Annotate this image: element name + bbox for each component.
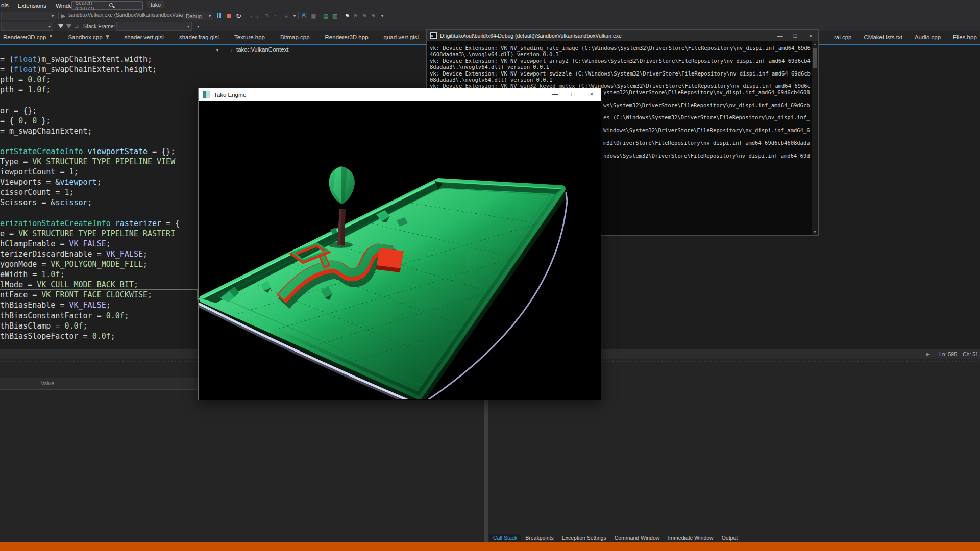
stack-frame-dropdown[interactable]: ▾ [116,22,192,31]
prev-bookmark-icon[interactable]: ⚑ [353,11,358,20]
pin-icon[interactable] [49,35,53,40]
code-line[interactable]: ortStateCreateInfo viewportState = {}; [0,146,175,157]
code-line[interactable]: e = VK_STRUCTURE_TYPE_PIPELINE_RASTERI [0,229,175,239]
scroll-down-icon[interactable]: ▼ [812,230,818,234]
code-line[interactable]: ntFace = VK_FRONT_FACE_CLOCKWISE; [0,290,197,300]
column-divider[interactable] [37,378,37,389]
menu-item-extensions[interactable]: Extensions [18,3,46,9]
code-line[interactable]: cissorCount = 1; [0,187,74,197]
stop-button[interactable] [227,11,231,20]
code-token: thBiasSlopeFactor = [0,332,92,341]
step-into-icon[interactable]: ↓ [256,11,259,20]
console-scrollbar[interactable]: ▲ ▼ [812,41,818,235]
code-line[interactable]: thBiasEnable = VK_FALSE; [0,300,111,310]
tab-shader-vert-glsl[interactable]: shader.vert.glsl [125,34,164,40]
code-line[interactable]: erizationStateCreateInfo rasterizer = { [0,218,180,229]
value-column-header[interactable]: Value [41,380,54,386]
tab-sandbox-cpp[interactable]: Sandbox.cpp [68,34,109,40]
breakpoint-window-icon[interactable]: ⇱ [302,11,307,20]
console-line: vk: Device Extension: VK_NV_viewport_swi… [430,70,811,77]
filter-icon[interactable] [58,21,63,31]
panel-tab-immediate-window[interactable]: Immediate Window [664,534,717,541]
close-button[interactable]: × [582,88,601,101]
3d-viewport[interactable] [199,101,600,399]
chevron-down-icon: ▾ [187,24,189,29]
tab-audio-cpp[interactable]: Audio.cpp [915,34,941,40]
tab-shader-frag-glsl[interactable]: shader.frag.glsl [179,34,219,40]
code-line[interactable]: pth = 1.0f; [0,85,51,95]
console-titlebar[interactable]: D:\git\tako\out\build\x64-Debug (default… [427,30,818,41]
tab-renderer3d-hpp[interactable]: Renderer3D.hpp [325,34,369,40]
tab-bitmap-cpp[interactable]: Bitmap.cpp [280,34,310,40]
code-line[interactable]: eWidth = 1.0f; [0,269,64,280]
code-line[interactable]: ygonMode = VK_POLYGON_MODE_FILL; [0,259,148,269]
code-line[interactable]: iewportCount = 1; [0,167,79,177]
status-expander-icon[interactable]: ▶ [926,352,930,357]
process-dropdown[interactable]: ▾ [1,22,53,31]
panel-tab-output[interactable]: Output [718,534,742,541]
tab-renderer3d-cpp[interactable]: Renderer3D.cpp [3,34,53,40]
run-icon[interactable]: ▶ [61,11,65,20]
scroll-up-icon[interactable]: ▲ [812,42,818,46]
code-line[interactable]: hClampEnable = VK_FALSE; [0,239,111,249]
code-line[interactable]: = (float)m_swapChainExtent.width; [0,54,152,64]
toggle-threads-icon[interactable]: ⇄ [75,21,79,31]
close-button[interactable]: × [803,33,818,39]
code-line[interactable]: terizerDiscardEnable = VK_FALSE; [0,249,148,259]
code-line[interactable]: = { 0, 0 }; [0,116,51,126]
clear-bookmarks-icon[interactable]: ⚑ [371,11,376,20]
search-icon[interactable] [109,3,140,8]
parallel-windows-icon[interactable]: ▣ [311,11,316,20]
tab-quad-vert-glsl[interactable]: quad.vert.glsl [384,34,419,40]
code-line[interactable]: Viewports = &viewport; [0,177,102,187]
tab-texture-hpp[interactable]: Texture.hpp [234,34,265,40]
chevron-down-icon[interactable]: ▾ [291,11,298,20]
code-line[interactable]: thBiasSlopeFactor = 0.0f; [0,331,115,341]
config-dropdown[interactable]: Debug▾ [183,12,213,20]
panel-tab-exception-settings[interactable]: Exception Settings [558,534,610,541]
step-over-icon[interactable]: ↷ [265,11,270,20]
tab-ral-cpp[interactable]: ral.cpp [834,34,852,40]
show-next-statement-icon[interactable]: → [248,11,253,20]
code-line[interactable]: or = {}; [0,106,37,116]
bookmark-icon[interactable]: ⚑ [345,11,350,20]
nav-scope-dropdown[interactable]: → tako::VulkanContext [228,46,289,53]
immediate-window-icon[interactable]: ▥ [332,11,337,20]
code-line[interactable]: = (float)m_swapChainExtent.height; [0,64,157,74]
restart-button[interactable]: ↻ [236,11,241,20]
filter-flagged-icon[interactable] [66,21,71,31]
code-token: = { [0,116,18,126]
tab-cmakelists-txt[interactable]: CMakeLists.txt [864,34,902,40]
tab-files-hpp[interactable]: Files.hpp [953,34,977,40]
code-line[interactable]: thBiasClamp = 0.0f; [0,321,88,331]
nav-project-dropdown[interactable]: ▾ [0,45,223,55]
next-bookmark-icon[interactable]: ⚑ [362,11,367,20]
pause-button[interactable] [216,11,222,20]
panel-tab-breakpoints[interactable]: Breakpoints [521,534,557,541]
code-line[interactable]: pth = 0.0f; [0,74,51,85]
output-window-icon[interactable]: ▤ [323,11,328,20]
run-target-chevron-icon[interactable]: ▾ [177,11,183,20]
code-line[interactable]: Type = VK_STRUCTURE_TYPE_PIPELINE_VIEW [0,157,175,167]
pin-icon[interactable] [106,35,109,40]
tako-titlebar[interactable]: Tako Engine — □ × [199,88,601,101]
code-line[interactable]: Scissors = &scissor; [0,197,92,208]
minimize-button[interactable]: — [772,33,788,39]
code-line[interactable]: thBiasConstantFactor = 0.0f; [0,311,129,321]
panel-tab-call-stack[interactable]: Call Stack [489,534,521,541]
maximize-button[interactable]: □ [788,33,803,39]
code-line[interactable]: lMode = VK_CULL_MODE_BACK_BIT; [0,280,138,290]
hex-display-icon[interactable]: # [285,11,288,20]
chevron-down-icon[interactable]: ▾ [195,21,201,31]
menu-item-partial[interactable]: ols [1,2,9,8]
code-line[interactable]: = m_swapChainExtent; [0,126,92,136]
maximize-button[interactable]: □ [564,88,582,101]
panel-tab-command-window[interactable]: Command Window [610,534,664,541]
minimize-button[interactable]: — [546,88,564,101]
search-input[interactable]: Search (Ctrl+Q) [71,1,143,10]
scrollbar-thumb[interactable] [813,48,817,68]
toolbar-combo-empty[interactable]: ▾ [1,12,56,20]
step-out-icon[interactable]: ↑ [274,11,277,20]
code-token: 0 [18,116,23,126]
chevron-down-icon[interactable]: ▾ [379,11,385,20]
